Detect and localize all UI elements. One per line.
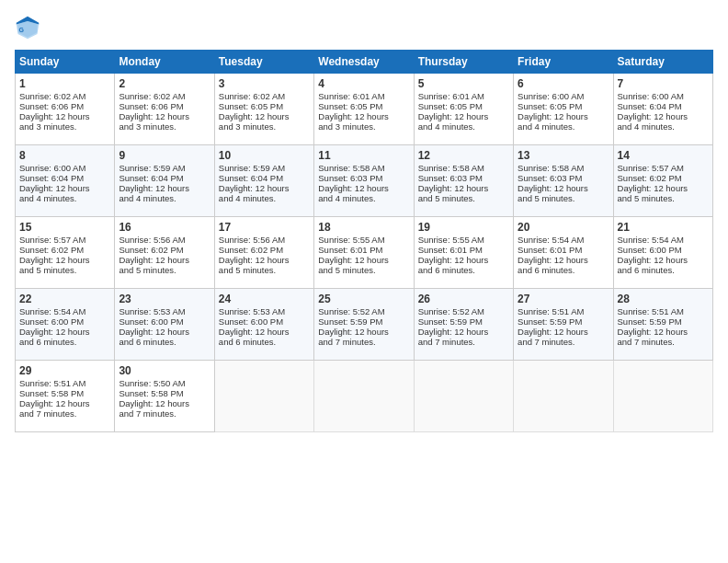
cell-line: Sunrise: 5:51 AM (618, 306, 709, 316)
calendar-cell: 9Sunrise: 5:59 AMSunset: 6:04 PMDaylight… (115, 145, 214, 217)
cell-line: Sunrise: 6:00 AM (518, 91, 609, 101)
cell-line: Sunset: 5:59 PM (418, 316, 509, 327)
cell-line: Daylight: 12 hours (119, 398, 210, 408)
day-number: 25 (318, 293, 409, 305)
cell-line: and 5 minutes. (518, 193, 609, 203)
day-number: 22 (19, 293, 110, 305)
cell-line: Sunset: 6:01 PM (518, 245, 609, 255)
cell-line: and 7 minutes. (318, 337, 409, 347)
calendar-cell: 2Sunrise: 6:02 AMSunset: 6:06 PMDaylight… (115, 74, 214, 145)
cell-line: Sunrise: 5:57 AM (19, 235, 110, 245)
cell-line: Sunset: 6:05 PM (418, 101, 509, 111)
day-number: 24 (219, 293, 310, 305)
cell-line: Daylight: 12 hours (418, 255, 509, 265)
col-header-friday: Friday (514, 51, 613, 74)
cell-line: Sunrise: 5:51 AM (19, 378, 110, 388)
cell-line: Daylight: 12 hours (518, 111, 609, 121)
cell-line: Daylight: 12 hours (518, 183, 609, 193)
day-number: 29 (19, 364, 110, 377)
day-number: 4 (318, 77, 409, 90)
day-number: 28 (618, 293, 709, 305)
cell-line: and 5 minutes. (19, 265, 110, 275)
cell-line: Sunset: 6:02 PM (119, 245, 210, 255)
cell-line: Daylight: 12 hours (318, 327, 409, 337)
calendar-cell: 1Sunrise: 6:02 AMSunset: 6:06 PMDaylight… (16, 74, 115, 145)
cell-line: and 6 minutes. (119, 337, 210, 347)
cell-line: Sunset: 6:04 PM (219, 173, 310, 183)
cell-line: Sunrise: 6:00 AM (19, 163, 110, 173)
cell-line: and 7 minutes. (618, 337, 709, 347)
day-number: 18 (318, 221, 409, 234)
cell-line: Daylight: 12 hours (219, 111, 310, 121)
cell-line: Sunrise: 5:58 AM (318, 163, 409, 173)
calendar-cell (613, 361, 712, 432)
cell-line: Daylight: 12 hours (618, 327, 709, 337)
cell-line: Sunset: 6:05 PM (518, 101, 609, 111)
cell-line: Sunset: 5:59 PM (618, 316, 709, 327)
cell-line: Sunrise: 5:55 AM (318, 235, 409, 245)
cell-line: and 5 minutes. (418, 193, 509, 203)
cell-line: and 5 minutes. (219, 265, 310, 275)
cell-line: Sunrise: 6:02 AM (219, 91, 310, 101)
cell-line: Sunrise: 5:55 AM (418, 235, 509, 245)
day-number: 6 (518, 77, 609, 90)
day-number: 3 (219, 77, 310, 90)
cell-line: Daylight: 12 hours (318, 255, 409, 265)
day-number: 13 (518, 149, 609, 162)
day-number: 23 (119, 293, 210, 305)
calendar-cell: 6Sunrise: 6:00 AMSunset: 6:05 PMDaylight… (514, 74, 613, 145)
calendar-cell: 13Sunrise: 5:58 AMSunset: 6:03 PMDayligh… (514, 145, 613, 217)
cell-line: Sunrise: 5:56 AM (119, 235, 210, 245)
col-header-wednesday: Wednesday (314, 51, 414, 74)
week-row-1: 1Sunrise: 6:02 AMSunset: 6:06 PMDaylight… (16, 74, 713, 145)
day-number: 20 (518, 221, 609, 234)
cell-line: Sunset: 5:58 PM (19, 388, 110, 398)
cell-line: Sunrise: 5:53 AM (219, 306, 310, 316)
cell-line: and 7 minutes. (418, 337, 509, 347)
calendar-cell (414, 361, 513, 432)
cell-line: Sunrise: 6:02 AM (119, 91, 210, 101)
cell-line: Daylight: 12 hours (219, 183, 310, 193)
calendar-cell: 19Sunrise: 5:55 AMSunset: 6:01 PMDayligh… (414, 217, 513, 289)
logo: G (15, 15, 44, 40)
cell-line: Daylight: 12 hours (219, 255, 310, 265)
cell-line: and 6 minutes. (219, 337, 310, 347)
cell-line: Daylight: 12 hours (19, 111, 110, 121)
cell-line: and 7 minutes. (518, 337, 609, 347)
col-header-tuesday: Tuesday (214, 51, 313, 74)
calendar-cell: 22Sunrise: 5:54 AMSunset: 6:00 PMDayligh… (16, 289, 115, 361)
header-row: SundayMondayTuesdayWednesdayThursdayFrid… (16, 51, 713, 74)
cell-line: Daylight: 12 hours (418, 327, 509, 337)
day-number: 15 (19, 221, 110, 234)
week-row-2: 8Sunrise: 6:00 AMSunset: 6:04 PMDaylight… (16, 145, 713, 217)
cell-line: Sunset: 6:03 PM (318, 173, 409, 183)
cell-line: and 5 minutes. (318, 265, 409, 275)
svg-text:G: G (18, 27, 24, 33)
cell-line: Sunrise: 5:51 AM (518, 306, 609, 316)
cell-line: Sunrise: 5:52 AM (418, 306, 509, 316)
col-header-thursday: Thursday (414, 51, 513, 74)
cell-line: Daylight: 12 hours (318, 183, 409, 193)
day-number: 19 (418, 221, 509, 234)
calendar-cell: 10Sunrise: 5:59 AMSunset: 6:04 PMDayligh… (214, 145, 313, 217)
cell-line: Daylight: 12 hours (618, 255, 709, 265)
cell-line: Sunset: 6:02 PM (19, 245, 110, 255)
day-number: 8 (19, 149, 110, 162)
cell-line: Daylight: 12 hours (119, 327, 210, 337)
header: G (15, 15, 713, 40)
cell-line: and 3 minutes. (318, 121, 409, 132)
cell-line: Sunset: 6:01 PM (418, 245, 509, 255)
cell-line: and 6 minutes. (418, 265, 509, 275)
cell-line: Daylight: 12 hours (618, 111, 709, 121)
calendar-cell: 25Sunrise: 5:52 AMSunset: 5:59 PMDayligh… (314, 289, 414, 361)
cell-line: Sunset: 6:04 PM (618, 101, 709, 111)
cell-line: Daylight: 12 hours (119, 255, 210, 265)
calendar-cell: 14Sunrise: 5:57 AMSunset: 6:02 PMDayligh… (613, 145, 712, 217)
calendar-cell (514, 361, 613, 432)
cell-line: Sunset: 6:00 PM (119, 316, 210, 327)
calendar-cell: 29Sunrise: 5:51 AMSunset: 5:58 PMDayligh… (16, 361, 115, 432)
cell-line: Daylight: 12 hours (19, 327, 110, 337)
cell-line: Daylight: 12 hours (318, 111, 409, 121)
col-header-saturday: Saturday (613, 51, 712, 74)
cell-line: Daylight: 12 hours (618, 183, 709, 193)
